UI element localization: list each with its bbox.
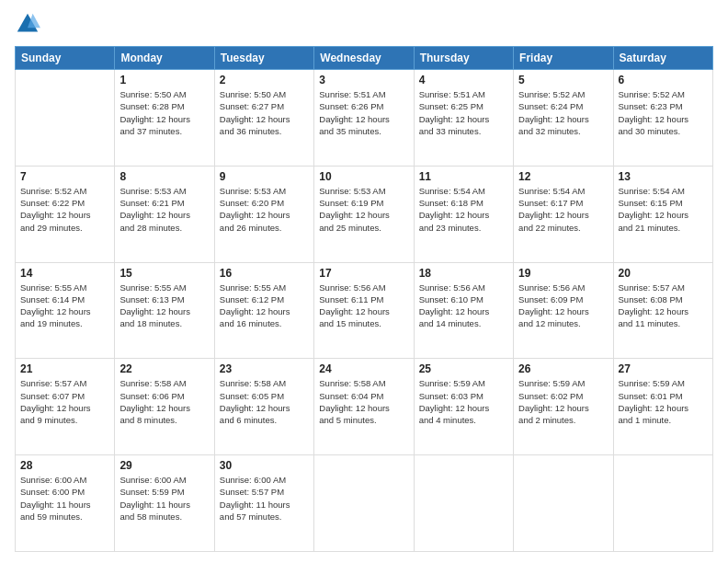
day-info: Sunrise: 5:50 AM Sunset: 6:28 PM Dayligh… [119, 88, 209, 137]
day-cell: 22Sunrise: 5:58 AM Sunset: 6:06 PM Dayli… [115, 359, 214, 455]
day-number: 18 [419, 267, 508, 280]
day-info: Sunrise: 5:52 AM Sunset: 6:23 PM Dayligh… [619, 88, 708, 137]
day-cell: 5Sunrise: 5:52 AM Sunset: 6:24 PM Daylig… [514, 70, 613, 167]
day-info: Sunrise: 5:56 AM Sunset: 6:09 PM Dayligh… [518, 282, 608, 330]
day-info: Sunrise: 6:00 AM Sunset: 5:59 PM Dayligh… [119, 474, 209, 523]
day-info: Sunrise: 5:59 AM Sunset: 6:01 PM Dayligh… [619, 377, 708, 426]
day-cell: 16Sunrise: 5:55 AM Sunset: 6:12 PM Dayli… [214, 262, 313, 359]
header [15, 11, 713, 37]
day-number: 16 [220, 267, 309, 280]
day-number: 12 [518, 170, 608, 183]
week-row: 28Sunrise: 6:00 AM Sunset: 6:00 PM Dayli… [16, 455, 713, 552]
day-cell [414, 455, 513, 552]
week-row: 14Sunrise: 5:55 AM Sunset: 6:14 PM Dayli… [16, 262, 713, 359]
day-number: 27 [619, 362, 708, 375]
day-number: 2 [220, 74, 309, 86]
day-number: 9 [220, 170, 309, 183]
day-number: 13 [619, 170, 708, 183]
day-number: 1 [119, 74, 209, 86]
day-number: 22 [119, 362, 209, 375]
day-cell [314, 455, 414, 552]
calendar-header: SundayMondayTuesdayWednesdayThursdayFrid… [16, 47, 713, 70]
weekday-header: Thursday [414, 47, 513, 70]
day-number: 10 [319, 170, 408, 183]
day-cell: 11Sunrise: 5:54 AM Sunset: 6:18 PM Dayli… [414, 166, 513, 262]
day-cell: 3Sunrise: 5:51 AM Sunset: 6:26 PM Daylig… [314, 70, 414, 167]
weekday-header: Wednesday [314, 47, 414, 70]
day-number: 7 [20, 170, 109, 183]
day-info: Sunrise: 5:59 AM Sunset: 6:02 PM Dayligh… [518, 377, 608, 426]
day-info: Sunrise: 5:54 AM Sunset: 6:15 PM Dayligh… [619, 185, 708, 234]
week-row: 7Sunrise: 5:52 AM Sunset: 6:22 PM Daylig… [16, 166, 713, 262]
day-info: Sunrise: 6:00 AM Sunset: 5:57 PM Dayligh… [220, 474, 309, 523]
day-info: Sunrise: 5:53 AM Sunset: 6:20 PM Dayligh… [220, 185, 309, 234]
day-number: 20 [619, 267, 708, 280]
day-cell: 25Sunrise: 5:59 AM Sunset: 6:03 PM Dayli… [414, 359, 513, 455]
day-cell: 24Sunrise: 5:58 AM Sunset: 6:04 PM Dayli… [314, 359, 414, 455]
day-info: Sunrise: 5:57 AM Sunset: 6:08 PM Dayligh… [619, 282, 708, 330]
day-number: 11 [419, 170, 508, 183]
day-number: 19 [518, 267, 608, 280]
day-info: Sunrise: 5:51 AM Sunset: 6:26 PM Dayligh… [319, 88, 408, 137]
day-number: 17 [319, 267, 408, 280]
day-cell: 29Sunrise: 6:00 AM Sunset: 5:59 PM Dayli… [115, 455, 214, 552]
day-cell: 8Sunrise: 5:53 AM Sunset: 6:21 PM Daylig… [115, 166, 214, 262]
day-number: 29 [119, 459, 209, 472]
day-cell: 12Sunrise: 5:54 AM Sunset: 6:17 PM Dayli… [514, 166, 613, 262]
day-number: 14 [20, 267, 109, 280]
day-cell: 1Sunrise: 5:50 AM Sunset: 6:28 PM Daylig… [115, 70, 214, 167]
logo [15, 11, 44, 37]
weekday-header: Saturday [613, 47, 712, 70]
day-cell: 13Sunrise: 5:54 AM Sunset: 6:15 PM Dayli… [613, 166, 712, 262]
day-info: Sunrise: 5:56 AM Sunset: 6:11 PM Dayligh… [319, 282, 408, 330]
day-cell: 2Sunrise: 5:50 AM Sunset: 6:27 PM Daylig… [214, 70, 313, 167]
calendar: SundayMondayTuesdayWednesdayThursdayFrid… [15, 46, 713, 552]
page: SundayMondayTuesdayWednesdayThursdayFrid… [0, 0, 728, 563]
day-cell: 14Sunrise: 5:55 AM Sunset: 6:14 PM Dayli… [16, 262, 115, 359]
day-cell: 23Sunrise: 5:58 AM Sunset: 6:05 PM Dayli… [214, 359, 313, 455]
day-cell: 6Sunrise: 5:52 AM Sunset: 6:23 PM Daylig… [613, 70, 712, 167]
day-info: Sunrise: 5:54 AM Sunset: 6:17 PM Dayligh… [518, 185, 608, 234]
weekday-header: Monday [115, 47, 214, 70]
header-row: SundayMondayTuesdayWednesdayThursdayFrid… [16, 47, 713, 70]
day-info: Sunrise: 5:58 AM Sunset: 6:05 PM Dayligh… [220, 377, 309, 426]
logo-icon [15, 11, 40, 37]
day-cell: 7Sunrise: 5:52 AM Sunset: 6:22 PM Daylig… [16, 166, 115, 262]
day-info: Sunrise: 5:57 AM Sunset: 6:07 PM Dayligh… [20, 377, 109, 426]
day-number: 25 [419, 362, 508, 375]
day-number: 23 [220, 362, 309, 375]
day-cell: 17Sunrise: 5:56 AM Sunset: 6:11 PM Dayli… [314, 262, 414, 359]
day-info: Sunrise: 5:58 AM Sunset: 6:04 PM Dayligh… [319, 377, 408, 426]
day-cell: 26Sunrise: 5:59 AM Sunset: 6:02 PM Dayli… [514, 359, 613, 455]
day-info: Sunrise: 5:51 AM Sunset: 6:25 PM Dayligh… [419, 88, 508, 137]
day-cell: 10Sunrise: 5:53 AM Sunset: 6:19 PM Dayli… [314, 166, 414, 262]
day-number: 4 [419, 74, 508, 86]
day-info: Sunrise: 5:50 AM Sunset: 6:27 PM Dayligh… [220, 88, 309, 137]
day-number: 15 [119, 267, 209, 280]
day-number: 6 [619, 74, 708, 86]
calendar-body: 1Sunrise: 5:50 AM Sunset: 6:28 PM Daylig… [16, 70, 713, 552]
day-cell: 27Sunrise: 5:59 AM Sunset: 6:01 PM Dayli… [613, 359, 712, 455]
day-info: Sunrise: 5:59 AM Sunset: 6:03 PM Dayligh… [419, 377, 508, 426]
day-cell: 20Sunrise: 5:57 AM Sunset: 6:08 PM Dayli… [613, 262, 712, 359]
day-number: 5 [518, 74, 608, 86]
day-number: 3 [319, 74, 408, 86]
day-info: Sunrise: 5:52 AM Sunset: 6:24 PM Dayligh… [518, 88, 608, 137]
day-number: 21 [20, 362, 109, 375]
day-info: Sunrise: 5:53 AM Sunset: 6:21 PM Dayligh… [119, 185, 209, 234]
day-info: Sunrise: 5:55 AM Sunset: 6:12 PM Dayligh… [220, 282, 309, 330]
day-number: 8 [119, 170, 209, 183]
day-number: 30 [220, 459, 309, 472]
day-info: Sunrise: 5:53 AM Sunset: 6:19 PM Dayligh… [319, 185, 408, 234]
day-cell: 19Sunrise: 5:56 AM Sunset: 6:09 PM Dayli… [514, 262, 613, 359]
day-info: Sunrise: 5:56 AM Sunset: 6:10 PM Dayligh… [419, 282, 508, 330]
weekday-header: Sunday [16, 47, 115, 70]
day-cell: 15Sunrise: 5:55 AM Sunset: 6:13 PM Dayli… [115, 262, 214, 359]
day-cell [613, 455, 712, 552]
day-cell: 30Sunrise: 6:00 AM Sunset: 5:57 PM Dayli… [214, 455, 313, 552]
day-cell: 18Sunrise: 5:56 AM Sunset: 6:10 PM Dayli… [414, 262, 513, 359]
day-cell: 4Sunrise: 5:51 AM Sunset: 6:25 PM Daylig… [414, 70, 513, 167]
day-cell: 21Sunrise: 5:57 AM Sunset: 6:07 PM Dayli… [16, 359, 115, 455]
day-info: Sunrise: 5:52 AM Sunset: 6:22 PM Dayligh… [20, 185, 109, 234]
day-info: Sunrise: 6:00 AM Sunset: 6:00 PM Dayligh… [20, 474, 109, 523]
